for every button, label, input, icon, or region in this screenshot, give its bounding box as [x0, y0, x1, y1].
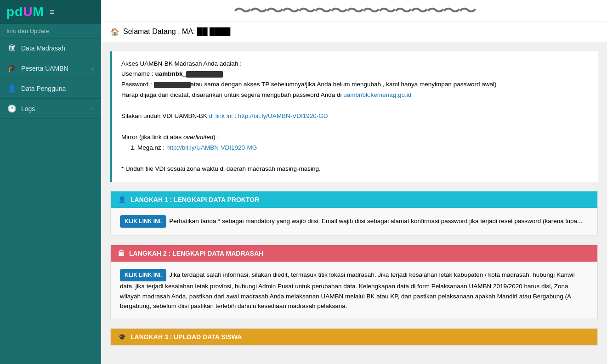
home-icon: 🏠 — [110, 28, 119, 36]
menu-icon[interactable]: ≡ — [50, 7, 55, 17]
main-content: 〜〜〜〜〜〜〜〜〜〜〜〜〜〜〜 🏠 Selamat Datang , MA: █… — [101, 0, 607, 364]
clock-icon: 🕐 — [7, 104, 17, 113]
page-header: 🏠 Selamat Datang , MA: ██ ████ — [101, 22, 607, 42]
sidebar-item-label: Data Madrasah — [21, 45, 65, 52]
info-username: Username : uambnbk_ — [121, 69, 589, 79]
password-redacted — [154, 82, 191, 88]
info-mirror-item: 1. Mega.nz : http://bit.ly/UAMBN-VDI1920… — [121, 143, 589, 153]
top-banner: 〜〜〜〜〜〜〜〜〜〜〜〜〜〜〜 — [101, 0, 607, 22]
content-area: Akses UAMBN-BK Madrasah Anda adalah : Us… — [101, 42, 607, 364]
banner-graphic: 〜〜〜〜〜〜〜〜〜〜〜〜〜〜〜 — [233, 0, 475, 22]
step1-body-text: Perhatikan tanda * sebagai mandatory yan… — [169, 218, 582, 224]
step2-section: 🏛 LANGKAH 2 : LENGKAPI DATA MADRASAH KLI… — [110, 245, 598, 319]
step3-header: 🎓 LANGKAH 3 : UPLOAD DATA SISWA — [111, 329, 597, 345]
step2-header: 🏛 LANGKAH 2 : LENGKAPI DATA MADRASAH — [111, 245, 597, 262]
step2-icon: 🏛 — [118, 250, 125, 257]
bank-icon: 🏛 — [7, 44, 17, 52]
sidebar-logo: pdUM ≡ — [0, 0, 101, 24]
kemenag-link[interactable]: uambnbk.kemenag.go.id — [343, 91, 411, 98]
step3-title: LANGKAH 3 : UPLOAD DATA SISWA — [130, 333, 242, 341]
sidebar-item-label: Data Pengguna — [21, 85, 66, 92]
sidebar-item-data-pengguna[interactable]: 👤 Data Pengguna — [0, 78, 101, 99]
sidebar-item-peserta-uambn[interactable]: 🎓 Peserta UAMBN › — [0, 58, 101, 78]
vdi-url-link[interactable]: http://bit.ly/UAMBN-VDI1920-GD — [238, 112, 328, 119]
username-redacted — [186, 71, 223, 78]
step2-klik-button[interactable]: KLIK LINK INI. — [120, 269, 166, 281]
info-line1: Akses UAMBN-BK Madrasah Anda adalah : — [121, 59, 589, 69]
info-password: Password : atau sama dengan akses TP seb… — [121, 79, 589, 90]
logo-u: U — [23, 5, 33, 19]
info-vdi: Silakan unduh VDI UAMBN-BK di link ini :… — [121, 111, 589, 122]
step3-section: 🎓 LANGKAH 3 : UPLOAD DATA SISWA — [110, 328, 598, 346]
sidebar: pdUM ≡ Info dan Update 🏛 Data Madrasah 🎓… — [0, 0, 101, 364]
sidebar-item-data-madrasah[interactable]: 🏛 Data Madrasah — [0, 39, 101, 58]
step2-title: LANGKAH 2 : LENGKAPI DATA MADRASAH — [129, 250, 263, 257]
graduation-icon: 🎓 — [7, 64, 17, 73]
step2-body: KLIK LINK INI.Jika terdapat salah inform… — [111, 262, 597, 319]
sidebar-subtitle: Info dan Update — [0, 24, 101, 39]
info-mirror: Mirror (jika link di atas overlimited) : — [121, 132, 589, 143]
step1-section: 👤 LANGKAH 1 : LENGKAPI DATA PROKTOR KLIK… — [110, 191, 598, 235]
sidebar-item-logs[interactable]: 🕐 Logs › — [0, 99, 101, 119]
logo-m: M — [33, 5, 44, 19]
info-box: Akses UAMBN-BK Madrasah Anda adalah : Us… — [110, 51, 598, 182]
step2-body-text: Jika terdapat salah informasi, silakan d… — [120, 271, 575, 309]
logo-text: pdUM — [6, 5, 44, 19]
chevron-right-icon: › — [92, 106, 94, 112]
step1-header: 👤 LANGKAH 1 : LENGKAPI DATA PROKTOR — [111, 191, 597, 208]
mirror-link[interactable]: http://bit.ly/UAMBN-VDI1920-MG — [166, 144, 257, 151]
sidebar-item-label: Peserta UAMBN — [21, 65, 68, 72]
step1-icon: 👤 — [118, 196, 126, 203]
user-icon: 👤 — [7, 84, 17, 93]
logo-pd: pd — [6, 5, 23, 19]
step1-klik-button[interactable]: KLIK LINK INI. — [120, 215, 166, 228]
info-note: * Unduh file VDI sesuai zona waktu di da… — [121, 164, 589, 174]
chevron-right-icon: › — [92, 66, 94, 71]
vdi-link-text[interactable]: di link ini — [209, 112, 233, 119]
step1-body: KLIK LINK INI.Perhatikan tanda * sebagai… — [111, 208, 597, 235]
sidebar-item-label: Logs — [21, 105, 35, 112]
step1-title: LANGKAH 1 : LENGKAPI DATA PROKTOR — [130, 196, 259, 203]
step3-icon: 🎓 — [118, 333, 126, 341]
page-title: Selamat Datang , MA: ██ ████ — [123, 28, 230, 36]
info-password-change: Harap dijaga dan dicatat, disarankan unt… — [121, 90, 589, 101]
